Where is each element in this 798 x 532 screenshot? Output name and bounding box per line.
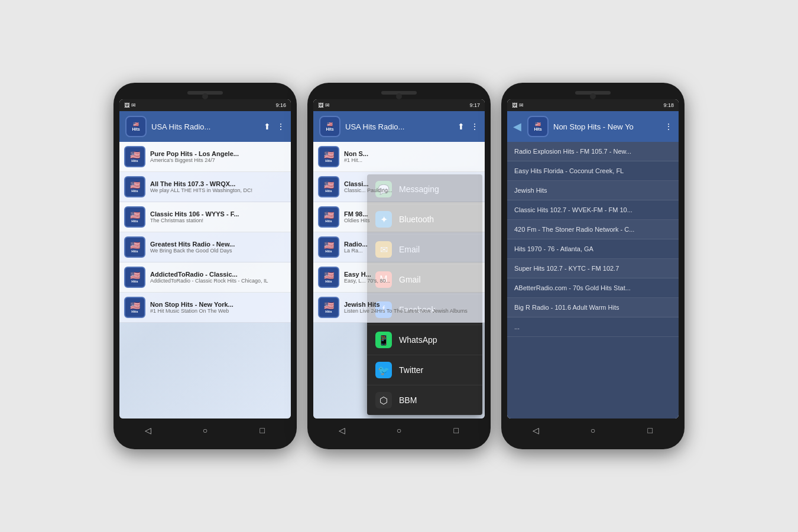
- list-item[interactable]: ABetterRadio.com - 70s Gold Hits Stat...: [507, 278, 679, 298]
- list-item[interactable]: Big R Radio - 101.6 Adult Warm Hits: [507, 298, 679, 317]
- radio-name: Jewish Hits: [344, 301, 480, 308]
- radio-icon: 🇺🇸 Hits: [318, 176, 339, 197]
- radio-desc: Easy, L... 70's, 80...: [344, 278, 480, 284]
- list-item[interactable]: Super Hits 102.7 - KYTC - FM 102.7: [507, 259, 679, 278]
- nav-recent-1[interactable]: □: [254, 422, 271, 439]
- share-label: BBM: [399, 395, 417, 405]
- nav-home-2[interactable]: ○: [391, 422, 407, 439]
- flag-icon-1: 🇺🇸: [133, 122, 139, 127]
- share-icon-2[interactable]: ⬆: [458, 122, 465, 131]
- app-header-2: 🇺🇸 Hits USA Hits Radio... ⬆ ⋮: [313, 111, 485, 142]
- status-icon-img: 🖼: [124, 102, 129, 108]
- phone-1: 🖼 ✉ 9:16 🇺🇸 Hits USA Hits Radio... ⬆ ⋮: [113, 83, 297, 449]
- list-item[interactable]: 🇺🇸 Hits Radio... La Ra...: [313, 232, 485, 262]
- list-item[interactable]: 🇺🇸 Hits Jewish Hits Listen Live 24Hrs To…: [313, 293, 485, 323]
- nav-home-3[interactable]: ○: [585, 422, 601, 439]
- phone-2: 🖼 ✉ 9:17 🇺🇸 Hits USA Hits Radio... ⬆ ⋮: [307, 83, 491, 449]
- list-item[interactable]: 420 Fm - The Stoner Radio Network - C...: [507, 220, 679, 239]
- nav-back-3[interactable]: ◁: [527, 422, 544, 439]
- share-icon-1[interactable]: ⬆: [264, 122, 271, 131]
- menu-icon-3[interactable]: ⋮: [664, 122, 673, 131]
- nav-home-1[interactable]: ○: [197, 422, 213, 439]
- nav-back-2[interactable]: ◁: [333, 422, 350, 439]
- back-arrow-3[interactable]: ◀: [513, 120, 521, 133]
- radio-icon: 🇺🇸 Hits: [124, 297, 145, 318]
- radio-desc: #1 Hit...: [344, 157, 480, 163]
- phone-screen-2: 🖼 ✉ 9:17 🇺🇸 Hits USA Hits Radio... ⬆ ⋮: [313, 99, 485, 419]
- app-title-1: USA Hits Radio...: [151, 122, 259, 131]
- list-item[interactable]: ...: [507, 317, 679, 337]
- app-logo-2: 🇺🇸 Hits: [319, 116, 340, 137]
- radio-icon: 🇺🇸 Hits: [318, 206, 339, 228]
- share-app-icon: ⬡: [375, 392, 392, 408]
- radio-desc: America's Biggest Hits 24/7: [150, 157, 286, 163]
- radio-list-1: 🇺🇸 Hits Pure Pop Hits - Los Angele... Am…: [119, 142, 291, 419]
- list-content-1: 🇺🇸 Hits Pure Pop Hits - Los Angele... Am…: [119, 142, 291, 323]
- share-label: WhatsApp: [399, 335, 437, 345]
- share-item-whatsapp[interactable]: 📱 WhatsApp: [367, 325, 482, 355]
- list-item[interactable]: Classic Hits 102.7 - WVEK-FM - FM 10...: [507, 200, 679, 220]
- app-header-3: ◀ 🇺🇸 Hits Non Stop Hits - New Yo ⋮: [507, 111, 679, 142]
- list-item[interactable]: 🇺🇸 Hits FM 98... Oldies Hits: [313, 202, 485, 232]
- radio-desc: The Christmas station!: [150, 218, 286, 223]
- radio-name: Greatest Hits Radio - New...: [150, 241, 286, 248]
- radio-icon: 🇺🇸 Hits: [318, 267, 339, 288]
- phone-speaker-3: [575, 91, 611, 95]
- header-icons-1: ⬆ ⋮: [264, 122, 285, 131]
- list-item[interactable]: 🇺🇸 Hits Classic Hits 106 - WYYS - F... T…: [119, 202, 291, 232]
- status-icons-left-1: 🖼 ✉: [124, 102, 136, 108]
- app-logo-3: 🇺🇸 Hits: [527, 116, 549, 137]
- status-bar-1: 🖼 ✉ 9:16: [119, 99, 291, 111]
- list-item[interactable]: 🇺🇸 Hits AddictedToRadio - Classic... Add…: [119, 262, 291, 293]
- status-bar-3: 🖼 ✉ 9:18: [507, 99, 679, 111]
- share-item-twitter[interactable]: 🐦 Twitter: [367, 355, 482, 385]
- radio-name: Classic Hits 106 - WYYS - F...: [150, 210, 286, 218]
- list-item[interactable]: 🇺🇸 Hits Non Stop Hits - New York... #1 H…: [119, 293, 291, 323]
- radio-desc: La Ra...: [344, 248, 480, 254]
- menu-icon-2[interactable]: ⋮: [471, 122, 479, 131]
- app-title-3: Non Stop Hits - New Yo: [553, 122, 660, 131]
- radio-list-3: Radio Explosion Hits - FM 105.7 - New...…: [507, 142, 679, 419]
- phone-screen-3: 🖼 ✉ 9:18 ◀ 🇺🇸 Hits Non Stop Hits - New Y…: [507, 99, 679, 419]
- radio-name: Non S...: [344, 150, 480, 157]
- phone-screen-1: 🖼 ✉ 9:16 🇺🇸 Hits USA Hits Radio... ⬆ ⋮: [119, 99, 291, 419]
- radio-icon: 🇺🇸 Hits: [124, 236, 145, 258]
- list-item[interactable]: Hits 1970 - 76 - Atlanta, GA: [507, 239, 679, 259]
- radio-desc: Listen Live 24Hrs To The Latest New Jewi…: [344, 308, 480, 314]
- app-title-2: USA Hits Radio...: [345, 122, 453, 131]
- nav-back-1[interactable]: ◁: [140, 422, 156, 439]
- nav-recent-2[interactable]: □: [448, 422, 465, 439]
- radio-desc: Classic... Paulding...: [344, 187, 480, 193]
- phone-nav-3: ◁ ○ □: [507, 419, 679, 441]
- list-item[interactable]: 🇺🇸 Hits Easy H... Easy, L... 70's, 80...: [313, 262, 485, 293]
- radio-name: Radio...: [344, 241, 480, 248]
- status-icon-msg2: ✉: [325, 102, 330, 108]
- status-icon-img2: 🖼: [318, 102, 323, 108]
- phone-nav-2: ◁ ○ □: [313, 419, 485, 441]
- list-item[interactable]: Radio Explosion Hits - FM 105.7 - New...: [507, 142, 679, 161]
- share-label: Twitter: [399, 365, 423, 375]
- list-item[interactable]: 🇺🇸 Hits Classi... Classic... Paulding...: [313, 172, 485, 202]
- phone-speaker-2: [381, 91, 417, 95]
- share-item-bbm[interactable]: ⬡ BBM: [367, 385, 482, 415]
- menu-icon-1[interactable]: ⋮: [277, 122, 285, 131]
- status-icon-img3: 🖼: [512, 102, 517, 108]
- radio-name: FM 98...: [344, 210, 480, 218]
- list-item[interactable]: 🇺🇸 Hits Non S... #1 Hit...: [313, 142, 485, 172]
- list-item[interactable]: 🇺🇸 Hits Pure Pop Hits - Los Angele... Am…: [119, 142, 291, 172]
- radio-icon: 🇺🇸 Hits: [124, 267, 145, 288]
- nav-recent-3[interactable]: □: [642, 422, 658, 439]
- list-item[interactable]: Jewish Hits: [507, 181, 679, 200]
- radio-name: Pure Pop Hits - Los Angele...: [150, 150, 286, 157]
- phone-speaker-1: [187, 91, 223, 95]
- list-item[interactable]: Easy Hits Florida - Coconut Creek, FL: [507, 161, 679, 181]
- radio-icon: 🇺🇸 Hits: [124, 176, 145, 197]
- radio-icon: 🇺🇸 Hits: [124, 206, 145, 228]
- phone-3: 🖼 ✉ 9:18 ◀ 🇺🇸 Hits Non Stop Hits - New Y…: [501, 83, 685, 449]
- list-item[interactable]: 🇺🇸 Hits Greatest Hits Radio - New... We …: [119, 232, 291, 262]
- list-item[interactable]: 🇺🇸 Hits All The Hits 107.3 - WRQX... We …: [119, 172, 291, 202]
- radio-icon: 🇺🇸 Hits: [318, 297, 339, 318]
- phone-nav-1: ◁ ○ □: [119, 419, 291, 441]
- radio-list-2: 🇺🇸 Hits Non S... #1 Hit... 🇺🇸 Hits Class…: [313, 142, 485, 419]
- radio-name: AddictedToRadio - Classic...: [150, 271, 286, 278]
